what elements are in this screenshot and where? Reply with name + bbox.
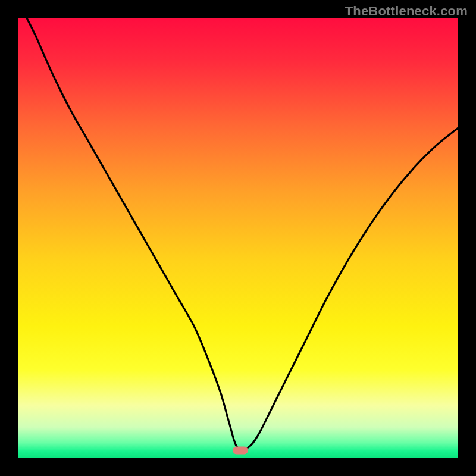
optimal-point-marker <box>233 447 248 455</box>
bottleneck-curve <box>18 18 458 458</box>
chart-frame: TheBottleneck.com <box>0 0 476 476</box>
watermark-text: TheBottleneck.com <box>345 4 468 19</box>
plot-area <box>18 18 458 458</box>
